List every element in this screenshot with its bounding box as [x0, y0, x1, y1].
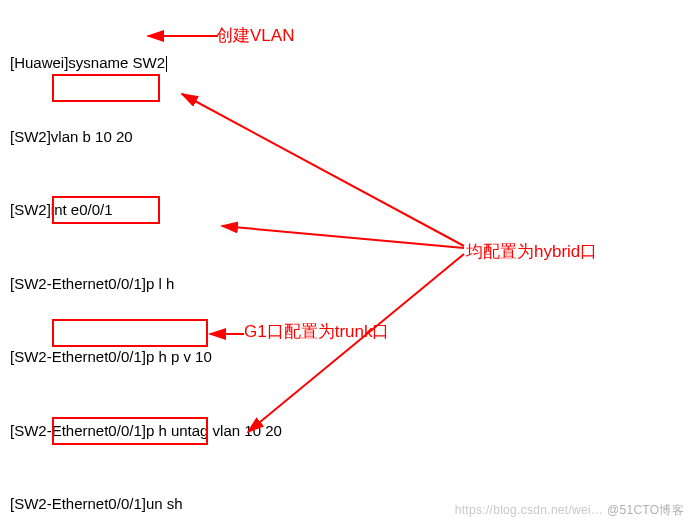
line-text: [SW2-Ethernet0/0/1]un sh [10, 495, 183, 512]
cli-line: [SW2]int e0/0/1 [10, 198, 309, 223]
line-text: [SW2-Ethernet0/0/1]p l h [10, 275, 174, 292]
text-cursor [166, 56, 167, 72]
line-text: [Huawei]sysname SW2 [10, 54, 165, 71]
line-text: [SW2]vlan b 10 20 [10, 128, 133, 145]
annotation-create-vlan: 创建VLAN [216, 24, 294, 47]
annotation-trunk: G1口配置为trunk口 [244, 320, 389, 343]
cli-line: [SW2]vlan b 10 20 [10, 125, 309, 150]
cli-line: [Huawei]sysname SW2 [10, 51, 309, 76]
annotation-hybrid: 均配置为hybrid口 [466, 240, 597, 263]
cli-output: [Huawei]sysname SW2 [SW2]vlan b 10 20 [S… [10, 2, 309, 525]
cli-line: [SW2-Ethernet0/0/1]p l h [10, 272, 309, 297]
watermark: https://blog.csdn.net/wei… @51CTO博客 [455, 502, 684, 519]
watermark-left: https://blog.csdn.net/wei… [455, 503, 604, 517]
line-text: [SW2-Ethernet0/0/1]p h untag vlan 10 20 [10, 422, 282, 439]
cli-line: [SW2-Ethernet0/0/1]p h p v 10 [10, 345, 309, 370]
cli-line: [SW2-Ethernet0/0/1]un sh [10, 492, 309, 517]
cli-line: [SW2-Ethernet0/0/1]p h untag vlan 10 20 [10, 419, 309, 444]
line-text: [SW2]int e0/0/1 [10, 201, 113, 218]
watermark-right: @51CTO博客 [607, 503, 684, 517]
line-text: [SW2-Ethernet0/0/1]p h p v 10 [10, 348, 212, 365]
